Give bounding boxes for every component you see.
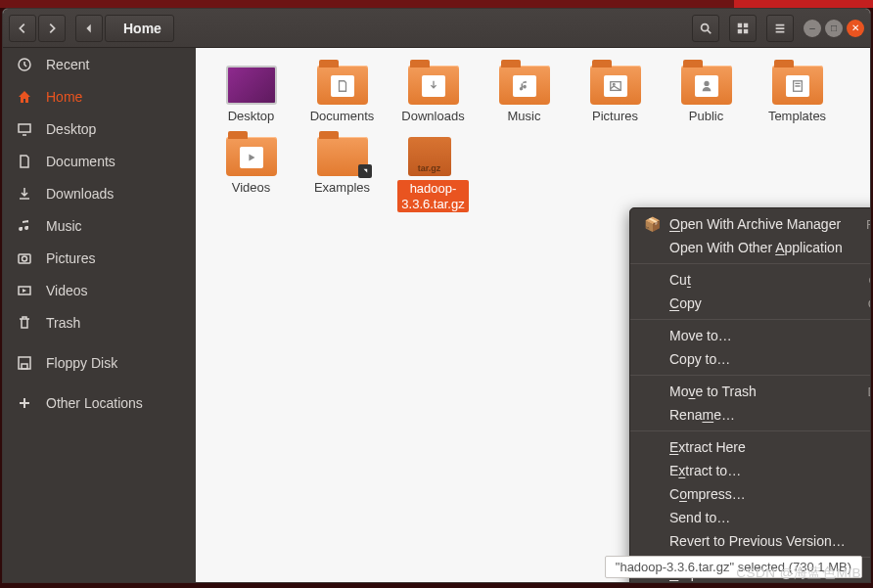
svg-rect-6 [19,124,30,132]
sidebar-item-downloads[interactable]: Downloads [3,177,196,209]
file-label: Documents [310,109,375,123]
document-icon [17,154,32,169]
svg-point-0 [702,23,709,30]
file-label: Examples [314,180,370,195]
forward-button[interactable] [38,15,66,42]
file-desktop[interactable]: Desktop [206,62,297,129]
menu-cut[interactable]: CutCtrl+X [630,268,871,292]
context-menu: 📦OOpen With Archive Managerpen With Arch… [629,207,871,583]
sidebar-item-videos[interactable]: Videos [3,274,196,306]
view-grid-button[interactable] [729,15,757,42]
menu-separator [630,263,871,264]
link-badge-icon [358,164,372,178]
sidebar-item-label: Pictures [46,250,96,266]
file-documents[interactable]: Documents [297,62,388,129]
back-button[interactable] [9,15,36,42]
download-icon [17,186,32,202]
sidebar-item-label: Videos [46,283,88,298]
sidebar-item-documents[interactable]: Documents [3,145,196,177]
sidebar-item-label: Other Locations [46,395,143,411]
file-templates[interactable]: Templates [752,62,843,129]
path-prev-button[interactable] [75,15,103,42]
menu-open-other-app[interactable]: Open With Other Application [630,236,871,259]
sidebar-item-music[interactable]: Music [3,209,196,242]
menu-extract-here[interactable]: Extract Here [630,435,871,459]
menu-copy[interactable]: CopyCtrl+C [630,292,871,315]
desktop-icon [17,121,32,137]
window-minimize-button[interactable]: – [804,20,821,37]
sidebar-item-trash[interactable]: Trash [3,306,196,339]
picture-icon [604,75,627,97]
svg-point-14 [704,81,709,86]
svg-rect-4 [744,28,748,32]
file-downloads[interactable]: Downloads [388,62,479,129]
icon-grid: Desktop Documents Downloads Music Pictur… [196,48,870,232]
status-tooltip: "hadoop-3.3.6.tar.gz" selected (730.1 MB… [605,556,862,578]
file-music[interactable]: Music [479,62,570,129]
menu-move-to[interactable]: Move to… [630,324,871,347]
desktop-thumb-icon [226,66,277,105]
download-icon [422,75,445,97]
file-videos[interactable]: Videos [206,133,297,218]
search-button[interactable] [692,15,719,42]
sidebar-item-label: Desktop [46,121,96,137]
breadcrumb-home[interactable]: Home [105,15,174,42]
svg-rect-10 [19,357,30,369]
svg-point-13 [613,83,615,85]
menu-rename[interactable]: Rename…F2 [630,403,871,427]
titlebar: Home – □ ✕ [3,9,870,48]
menu-revert[interactable]: Revert to Previous Version… [630,529,871,553]
sidebar-item-label: Music [46,218,82,234]
file-label: Downloads [401,109,464,123]
svg-rect-3 [738,28,742,32]
menu-separator [630,375,871,376]
archive-icon: tar.gz [408,137,451,176]
music-icon [513,75,536,97]
sidebar-item-pictures[interactable]: Pictures [3,242,196,274]
video-icon [17,283,32,298]
sidebar-item-label: Home [46,89,82,105]
hamburger-menu-button[interactable] [766,15,794,42]
home-icon [17,89,32,105]
menu-compress[interactable]: Compress… [630,482,871,506]
video-icon [240,147,263,168]
document-icon [331,75,354,97]
svg-rect-1 [738,23,742,26]
sidebar: Recent Home Desktop Documents Downloads … [3,48,196,582]
file-manager-window: Home – □ ✕ Recent Home Desktop Documents… [2,8,871,583]
window-close-button[interactable]: ✕ [847,20,864,37]
person-icon [695,75,718,97]
file-label: Templates [768,109,826,123]
file-archive-selected[interactable]: tar.gz hadoop-3.3.6.tar.gz [388,133,479,218]
file-label: Music [508,109,541,123]
file-pictures[interactable]: Pictures [570,62,661,129]
file-public[interactable]: Public [661,62,752,129]
file-label: Public [689,109,723,123]
menu-open-archive-manager[interactable]: 📦OOpen With Archive Managerpen With Arch… [630,212,871,236]
sidebar-item-floppy[interactable]: Floppy Disk [3,346,196,379]
clock-icon [17,57,32,72]
sidebar-item-home[interactable]: Home [3,80,196,113]
file-examples[interactable]: Examples [297,133,388,218]
template-icon [786,75,809,97]
content-area[interactable]: Desktop Documents Downloads Music Pictur… [196,48,870,582]
sidebar-item-recent[interactable]: Recent [3,48,196,80]
svg-rect-2 [744,23,748,26]
menu-extract-to[interactable]: Extract to… [630,459,871,482]
file-label: hadoop-3.3.6.tar.gz [397,180,468,212]
sidebar-item-other-locations[interactable]: Other Locations [3,386,196,419]
menu-move-to-trash[interactable]: Move to TrashDelete [630,380,871,403]
window-maximize-button[interactable]: □ [825,20,843,37]
menu-copy-to[interactable]: Copy to… [630,347,871,371]
floppy-icon [17,355,32,371]
file-label: Videos [232,180,271,195]
sidebar-item-label: Trash [46,315,80,331]
svg-rect-11 [22,364,27,369]
sidebar-item-label: Floppy Disk [46,355,117,371]
svg-point-8 [23,256,27,261]
sidebar-item-desktop[interactable]: Desktop [3,113,196,145]
plus-icon [17,395,32,411]
archive-small-icon: 📦 [644,216,660,232]
file-label: Desktop [228,109,275,123]
menu-send-to[interactable]: Send to… [630,506,871,529]
